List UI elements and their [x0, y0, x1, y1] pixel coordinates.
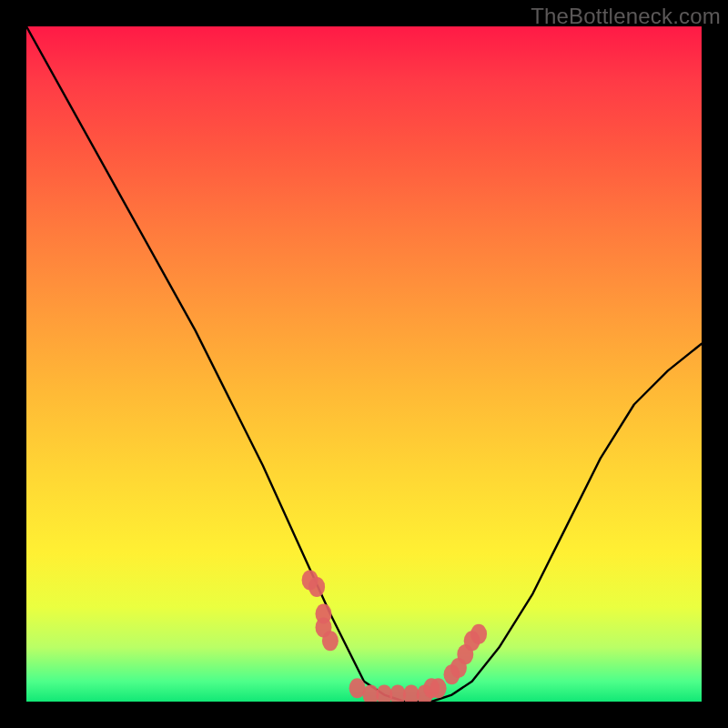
scatter-point [308, 577, 325, 597]
bottleneck-curve [26, 26, 702, 702]
plot-area [26, 26, 702, 702]
scatter-point [322, 631, 339, 651]
scatter-point [430, 678, 447, 698]
chart-frame: TheBottleneck.com [0, 0, 728, 728]
scatter-point [470, 624, 487, 644]
curve-svg [26, 26, 702, 702]
scatter-points [302, 570, 487, 702]
watermark-text: TheBottleneck.com [531, 4, 721, 29]
